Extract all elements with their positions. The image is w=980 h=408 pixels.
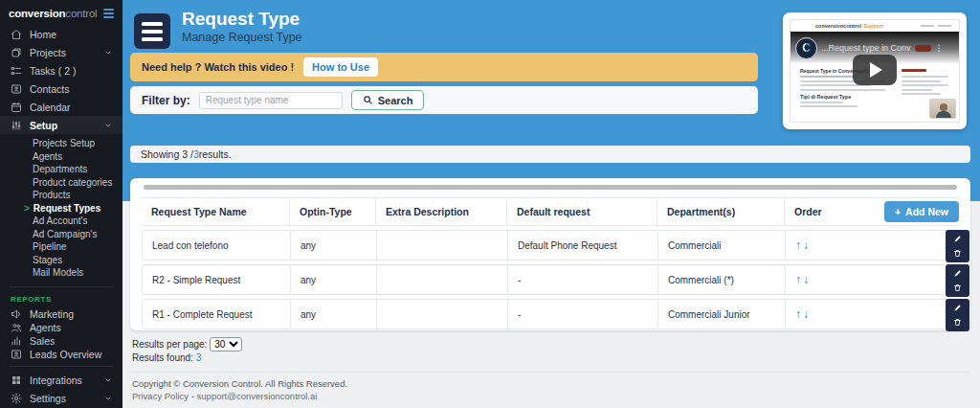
sidebar-item-settings[interactable]: Settings [0,390,122,408]
person-card-icon [11,349,23,360]
home-icon [11,29,23,40]
video-channel-logo: C [795,37,817,59]
results-found-count: 3 [196,352,202,363]
sidebar-item-label: Home [30,29,56,40]
copyright-text: Copyright © Conversion Control. All Righ… [132,377,969,390]
sidebar-item-marketing[interactable]: Marketing [0,307,122,321]
delete-trash-icon[interactable] [953,283,962,292]
page-subtitle: Manage Request Type [182,31,302,44]
delete-trash-icon[interactable] [953,318,962,327]
delete-trash-icon[interactable] [953,249,962,258]
sidebar-item-label: Setup [30,120,57,131]
video-brand-text: conversioncontrol [815,23,861,29]
contacts-icon [11,83,23,95]
main-content: Request Type Manage Request Type convers… [122,0,980,408]
sidebar-item-label: Settings [30,393,66,404]
move-down-icon[interactable]: ↓ [803,307,811,321]
sidebar-item-ad-campaigns[interactable]: Ad Campaign's [0,228,122,241]
sidebar-item-product-categories[interactable]: Product categories [0,176,122,190]
filter-label: Filter by: [142,94,190,107]
move-up-icon[interactable]: ↑ [795,307,803,321]
edit-pencil-icon[interactable] [953,269,962,278]
setup-sliders-icon [11,120,23,131]
edit-pencil-icon[interactable] [953,235,962,243]
bar-chart-icon [11,335,23,347]
sidebar-item-contacts[interactable]: Contacts [0,79,122,98]
per-page-label: Results per page: [132,339,210,350]
request-types-table-card: Request Type Name Optin-Type Extra Descr… [130,178,970,330]
column-header: Default request [506,198,657,225]
results-found-label: Results found: [132,352,196,363]
video-subscribe-badge [915,45,931,52]
sidebar-item-label: Tasks ( 2 ) [30,65,76,77]
sidebar-item-sales[interactable]: Sales [0,334,122,348]
move-down-icon[interactable]: ↓ [803,238,811,252]
privacy-support-link[interactable]: Privacy Policy - support@conversioncontr… [132,390,969,402]
page-header-list-icon [134,13,170,49]
cell-extra-description [376,231,507,260]
sidebar-item-agents-setup[interactable]: Agents [0,150,122,164]
sidebar-item-label: Leads Overview [30,349,101,360]
add-new-button[interactable]: +Add New [884,201,959,222]
how-to-use-button[interactable]: How to Use [303,57,378,77]
people-icon [11,322,23,333]
kebab-menu-icon: ⋮ [935,43,944,53]
sidebar-item-tasks[interactable]: Tasks ( 2 ) [0,61,122,79]
cell-optin-type: any [290,265,376,294]
sidebar-collapse-hamburger-icon[interactable] [103,9,114,18]
sidebar-item-pipeline[interactable]: Pipeline [0,240,122,254]
chevron-down-icon [104,395,112,402]
sidebar-item-label: Marketing [30,308,74,320]
sidebar-item-setup[interactable]: Setup [0,116,122,134]
sidebar-item-label: Sales [30,335,55,347]
cell-departments: Commerciali Junior [657,300,785,329]
sidebar-item-home[interactable]: Home [0,25,122,43]
sidebar-item-departments[interactable]: Departments [0,163,122,176]
cell-extra-description [376,265,507,294]
brand-text-bold: conversion [9,8,65,19]
play-triangle-icon [870,62,882,78]
sidebar: conversioncontrol Home Projects Tasks ( … [0,0,122,408]
chevron-down-icon [104,122,112,129]
sidebar-item-leads-overview[interactable]: Leads Overview [0,348,122,361]
sidebar-item-stages[interactable]: Stages [0,254,122,267]
sidebar-item-mail-models[interactable]: Mail Models [0,266,122,280]
row-actions [946,299,969,331]
cell-departments: Commerciali [657,231,785,260]
play-button[interactable] [853,55,897,85]
cell-optin-type: any [290,300,376,329]
edit-pencil-icon[interactable] [953,304,962,312]
sidebar-item-products[interactable]: Products [0,189,122,202]
move-up-icon[interactable]: ↑ [795,238,803,252]
cell-default-request: Default Phone Request [507,231,657,260]
sidebar-item-request-types[interactable]: >Request Types [0,202,122,215]
sidebar-item-projects-setup[interactable]: Projects Setup [0,137,122,150]
row-actions [946,230,969,262]
video-page-topbar: conversioncontrol Support [791,20,959,32]
cell-request-type-name: R2 - Simple Request [143,265,290,294]
column-header: Order [794,206,822,217]
table-row: R2 - Simple Request any - Commerciali (*… [142,264,959,295]
video-brand-suffix: Support [863,23,883,29]
search-button[interactable]: Search [351,90,425,110]
sidebar-item-label: Contacts [30,83,69,95]
sidebar-item-projects[interactable]: Projects [0,43,122,61]
cell-departments: Commerciali (*) [657,265,785,294]
sidebar-item-agents-report[interactable]: Agents [0,321,122,334]
move-down-icon[interactable]: ↓ [803,273,811,286]
help-video-card[interactable]: conversioncontrol Support C ...Request t… [783,12,967,129]
sidebar-item-calendar[interactable]: Calendar [0,98,122,116]
sidebar-item-integrations[interactable]: Integrations [0,372,122,390]
video-preview: conversioncontrol Support C ...Request t… [790,19,960,123]
cell-default-request: - [507,300,657,329]
request-type-name-input[interactable] [199,92,343,109]
gear-icon [11,393,23,404]
move-up-icon[interactable]: ↑ [795,273,803,286]
calendar-icon [11,102,23,113]
help-banner-text: Need help ? Watch this video ! [142,61,294,73]
sidebar-item-label: Agents [30,322,61,333]
sidebar-item-ad-accounts[interactable]: Ad Account's [0,215,122,228]
results-per-page-select[interactable]: 30 [210,337,242,351]
filter-bar: Filter by: Search [130,86,758,114]
horizontal-scrollbar[interactable] [144,185,957,190]
